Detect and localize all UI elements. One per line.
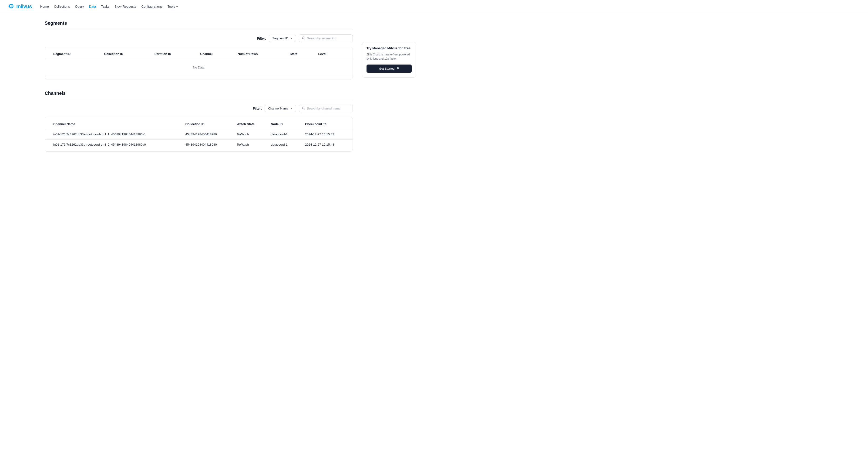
svg-line-5 xyxy=(304,109,305,110)
channels-table: Channel Name Collection ID Watch State N… xyxy=(45,119,352,149)
segments-filter-dropdown-value: Segment ID xyxy=(272,36,288,40)
cell-checkpoint-ts: 2024-12-27 10:15:43 xyxy=(301,129,352,140)
cell-node-id: datacoord-1 xyxy=(267,129,301,140)
col-channel-name: Channel Name xyxy=(45,119,182,129)
segments-filter-row: Filter: Segment ID xyxy=(45,34,353,42)
channels-table-card: Channel Name Collection ID Watch State N… xyxy=(45,117,353,152)
cell-checkpoint-ts: 2024-12-27 10:15:43 xyxy=(301,140,352,150)
col-watch-state: Watch State xyxy=(233,119,267,129)
promo-text: Zilliz Cloud is hassle-free, powered by … xyxy=(367,52,412,61)
nav-data[interactable]: Data xyxy=(89,5,96,8)
table-row: in01-176f7c3262bb33e-rootcoord-dml_1_454… xyxy=(45,129,352,140)
segments-title: Segments xyxy=(45,21,353,30)
col-checkpoint-ts: Checkpoint Ts xyxy=(301,119,352,129)
col-segment-id: Segment ID xyxy=(45,49,100,59)
logo[interactable]: milvus xyxy=(7,2,32,10)
cell-collection-id: 454894198404418980 xyxy=(182,129,233,140)
promo-card: Try Managed Milvus for Free Zilliz Cloud… xyxy=(362,42,416,78)
cell-channel-name: in01-176f7c3262bb33e-rootcoord-dml_0_454… xyxy=(45,140,182,150)
segments-filter-dropdown[interactable]: Segment ID xyxy=(269,35,296,42)
svg-line-3 xyxy=(304,39,305,39)
channels-search-box[interactable] xyxy=(299,105,353,112)
search-icon xyxy=(302,107,305,110)
segments-header-row: Segment ID Collection ID Partition ID Ch… xyxy=(45,49,352,59)
no-data-text: No Data xyxy=(45,59,352,76)
svg-point-1 xyxy=(11,6,12,6)
chevron-down-icon xyxy=(290,36,292,40)
nav-configurations[interactable]: Configurations xyxy=(141,5,162,8)
channels-header-row: Channel Name Collection ID Watch State N… xyxy=(45,119,352,129)
logo-text: milvus xyxy=(16,3,32,9)
arrow-up-right-icon xyxy=(396,67,399,71)
segments-filter-label: Filter: xyxy=(257,36,266,40)
col-state: State xyxy=(286,49,315,59)
search-icon xyxy=(302,36,305,40)
chevron-down-icon xyxy=(176,5,178,8)
channels-search-input[interactable] xyxy=(307,107,350,110)
cell-node-id: datacoord-1 xyxy=(267,140,301,150)
nav-slow-requests[interactable]: Slow Requests xyxy=(115,5,136,8)
col-num-rows: Num of Rows xyxy=(234,49,286,59)
cell-collection-id: 454894198404418980 xyxy=(182,140,233,150)
channels-filter-dropdown[interactable]: Channel Name xyxy=(265,105,296,112)
get-started-button[interactable]: Get Started xyxy=(367,64,412,73)
table-spacer xyxy=(45,76,352,78)
nav-query[interactable]: Query xyxy=(75,5,84,8)
segments-table-card: Segment ID Collection ID Partition ID Ch… xyxy=(45,47,353,79)
nav-home[interactable]: Home xyxy=(40,5,49,8)
nav-collections[interactable]: Collections xyxy=(54,5,70,8)
promo-title: Try Managed Milvus for Free xyxy=(367,46,412,50)
nav-tasks[interactable]: Tasks xyxy=(101,5,110,8)
nav-items: Home Collections Query Data Tasks Slow R… xyxy=(40,5,179,8)
nav-tools[interactable]: Tools xyxy=(167,5,179,8)
chevron-down-icon xyxy=(290,107,292,110)
channels-filter-row: Filter: Channel Name xyxy=(45,105,353,112)
col-channel: Channel xyxy=(196,49,234,59)
col-partition-id: Partition ID xyxy=(151,49,196,59)
cell-watch-state: ToWatch xyxy=(233,140,267,150)
channels-filter-label: Filter: xyxy=(253,107,262,110)
col-collection-id: Collection ID xyxy=(100,49,151,59)
cell-channel-name: in01-176f7c3262bb33e-rootcoord-dml_1_454… xyxy=(45,129,182,140)
cell-watch-state: ToWatch xyxy=(233,129,267,140)
segments-table: Segment ID Collection ID Partition ID Ch… xyxy=(45,49,352,77)
table-row: in01-176f7c3262bb33e-rootcoord-dml_0_454… xyxy=(45,140,352,150)
col-collection-id: Collection ID xyxy=(182,119,233,129)
promo-button-label: Get Started xyxy=(379,67,395,71)
channels-filter-dropdown-value: Channel Name xyxy=(268,107,288,110)
top-nav: milvus Home Collections Query Data Tasks… xyxy=(0,0,868,13)
col-node-id: Node ID xyxy=(267,119,301,129)
channels-title: Channels xyxy=(45,91,353,100)
milvus-logo-icon xyxy=(7,2,15,10)
segments-no-data-row: No Data xyxy=(45,59,352,76)
segments-search-input[interactable] xyxy=(307,36,350,40)
segments-search-box[interactable] xyxy=(299,34,353,42)
col-level: Level xyxy=(315,49,353,59)
